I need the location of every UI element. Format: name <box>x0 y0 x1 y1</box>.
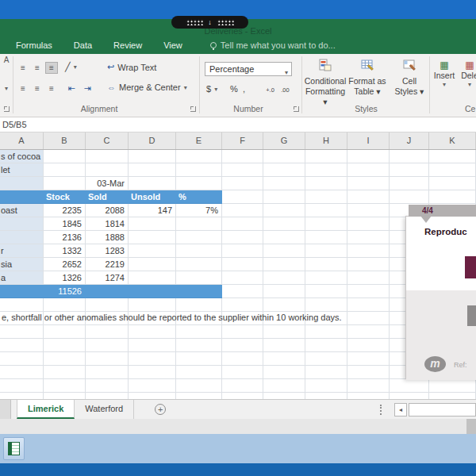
cell-I11[interactable] <box>347 285 390 298</box>
cell-A4[interactable] <box>0 190 44 204</box>
cell-E19[interactable] <box>176 393 222 399</box>
cell-H5[interactable] <box>305 204 347 217</box>
cell-C19[interactable] <box>86 393 129 399</box>
cell-C17[interactable] <box>86 366 129 379</box>
dialog-launcher-icon[interactable] <box>190 106 196 112</box>
cell-F12[interactable] <box>222 298 263 312</box>
cell-H3[interactable] <box>305 177 347 190</box>
cell-G16[interactable] <box>263 352 305 366</box>
cell-B15[interactable] <box>44 339 86 352</box>
cell-B11[interactable]: 11526 <box>44 285 86 298</box>
cell-I10[interactable] <box>347 271 390 285</box>
cell-D1[interactable] <box>129 150 176 163</box>
column-header-A[interactable]: A <box>0 132 44 149</box>
increase-decimal-button[interactable]: +.0 <box>263 84 277 95</box>
cell-H7[interactable] <box>305 231 347 244</box>
cell-D6[interactable] <box>129 217 176 231</box>
drag-handle-pill[interactable]: ↓ <box>171 16 248 29</box>
align-center-button[interactable]: ≡ <box>31 83 44 94</box>
decrease-indent-button[interactable]: ⇤ <box>65 83 78 94</box>
cell-I8[interactable] <box>347 244 390 258</box>
cell-C16[interactable] <box>86 352 129 366</box>
cell-C8[interactable]: 1283 <box>86 244 129 258</box>
cell-B6[interactable]: 1845 <box>44 217 86 231</box>
insert-cells-button[interactable]: ▦ Insert ▾ <box>432 60 456 90</box>
cell-A1[interactable]: s of cocoa <box>0 150 44 163</box>
align-top-button[interactable]: ≡ <box>17 62 29 74</box>
cell-H4[interactable] <box>305 190 347 204</box>
grow-font-button[interactable]: A <box>0 54 13 66</box>
cell-B2[interactable] <box>44 163 86 177</box>
cell-D15[interactable] <box>129 339 176 352</box>
cell-J19[interactable] <box>390 393 429 399</box>
cell-I5[interactable] <box>347 204 390 217</box>
cell-G12[interactable] <box>263 298 305 312</box>
cell-C6[interactable]: 1814 <box>86 217 129 231</box>
cell-F2[interactable] <box>222 163 263 177</box>
cell-I1[interactable] <box>347 150 390 163</box>
cell-A7[interactable] <box>0 231 44 244</box>
cell-D12[interactable] <box>129 298 176 312</box>
cell-E6[interactable] <box>176 217 222 231</box>
cell-C3[interactable]: 03-Mar <box>86 177 129 190</box>
cell-A3[interactable] <box>0 177 44 190</box>
align-bottom-button[interactable]: ≡ <box>45 62 58 74</box>
column-header-I[interactable]: I <box>347 132 390 149</box>
cell-H19[interactable] <box>305 393 347 399</box>
cell-F7[interactable] <box>222 231 263 244</box>
sheet-tab-waterford[interactable]: Waterford <box>75 400 134 419</box>
cell-F11[interactable] <box>222 285 263 298</box>
column-header-F[interactable]: F <box>222 132 263 149</box>
cell-D10[interactable] <box>129 271 176 285</box>
increase-indent-button[interactable]: ⇥ <box>81 83 94 94</box>
cell-A5[interactable]: oast <box>0 204 44 217</box>
cell-I9[interactable] <box>347 258 390 271</box>
column-header-J[interactable]: J <box>390 132 429 149</box>
cell-J3[interactable] <box>390 177 429 190</box>
cell-F4[interactable] <box>222 190 263 204</box>
cell-B18[interactable] <box>44 379 86 393</box>
cell-A19[interactable] <box>0 393 44 399</box>
cell-D3[interactable] <box>129 177 176 190</box>
cell-E2[interactable] <box>176 163 222 177</box>
ribbon-tab-view[interactable]: View <box>163 40 182 50</box>
cell-K3[interactable] <box>429 177 476 190</box>
wrap-text-button[interactable]: ↩ Wrap Text <box>107 62 156 72</box>
cell-A17[interactable] <box>0 366 44 379</box>
panel-page-indicator[interactable]: 4/4 <box>409 205 476 217</box>
cell-C12[interactable] <box>86 298 129 312</box>
cell-J1[interactable] <box>390 150 429 163</box>
cell-H14[interactable] <box>305 325 347 339</box>
decrease-decimal-button[interactable]: .00 <box>278 84 292 95</box>
cell-I19[interactable] <box>347 393 390 399</box>
cell-B17[interactable] <box>44 366 86 379</box>
tell-me-box[interactable]: Tell me what you want to do... <box>210 40 336 50</box>
cell-D9[interactable] <box>129 258 176 271</box>
cell-A18[interactable] <box>0 379 44 393</box>
cell-D7[interactable] <box>129 231 176 244</box>
cell-H17[interactable] <box>305 366 347 379</box>
format-as-table-button[interactable]: Format asTable ▾ <box>347 59 388 105</box>
cell-D4[interactable]: Unsold <box>129 190 176 204</box>
tab-scroll-area[interactable] <box>0 400 11 419</box>
cell-C1[interactable] <box>86 150 129 163</box>
cell-B14[interactable] <box>44 325 86 339</box>
cell-E7[interactable] <box>176 231 222 244</box>
panel-secondary-button[interactable] <box>467 305 476 326</box>
cell-E5[interactable]: 7% <box>176 204 222 217</box>
cell-E18[interactable] <box>176 379 222 393</box>
cell-H18[interactable] <box>305 379 347 393</box>
number-format-select[interactable]: Percentage ▾ <box>205 62 292 76</box>
cell-A15[interactable] <box>0 339 44 352</box>
cell-A10[interactable]: a <box>0 271 44 285</box>
cell-K2[interactable] <box>429 163 476 177</box>
cell-J4[interactable] <box>390 190 429 204</box>
column-header-D[interactable]: D <box>129 132 176 149</box>
cell-E10[interactable] <box>176 271 222 285</box>
taskbar-excel-button[interactable] <box>3 437 25 460</box>
percent-style-button[interactable]: % <box>230 84 238 94</box>
cell-H9[interactable] <box>305 258 347 271</box>
cell-G14[interactable] <box>263 325 305 339</box>
cell-G10[interactable] <box>263 271 305 285</box>
cell-E9[interactable] <box>176 258 222 271</box>
